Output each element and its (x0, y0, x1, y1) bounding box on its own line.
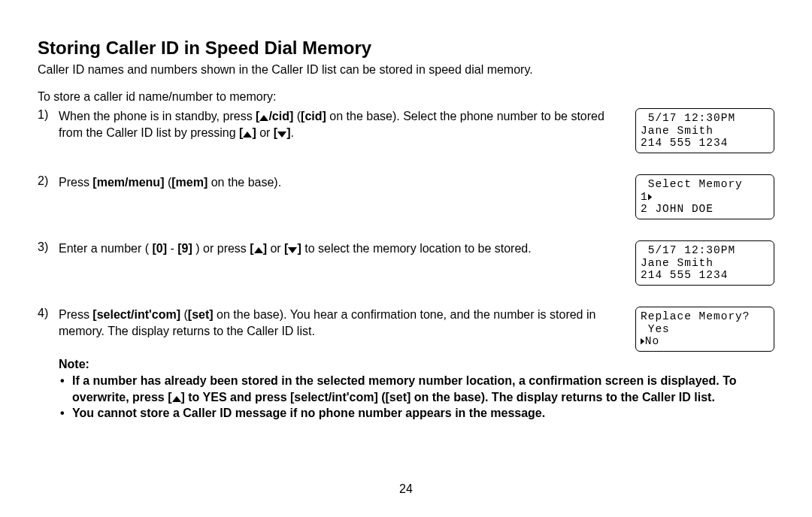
note-item-2: You cannot store a Caller ID message if … (59, 405, 774, 422)
note-label: Note: (59, 358, 774, 371)
lcd-display-2: Select Memory 1▶ 2 JOHN DOE (635, 174, 774, 219)
lcd-display-3: 5/17 12:30PM Jane Smith 214 555 1234 (635, 240, 774, 286)
pre-list-text: To store a caller id name/number to memo… (38, 90, 774, 104)
lcd-display-1: 5/17 12:30PM Jane Smith 214 555 1234 (635, 108, 774, 153)
step-3-text: Enter a number ( [0] - [9] ) or press []… (59, 240, 532, 257)
step-4-text: Press [select/int'com] ([set] on the bas… (59, 307, 620, 339)
step-2-number: 2) (38, 174, 59, 191)
step-1-number: 1) (38, 108, 59, 141)
page-heading: Storing Caller ID in Speed Dial Memory (38, 38, 774, 59)
note-item-1: If a number has already been stored in t… (59, 373, 774, 405)
down-arrow-icon (277, 132, 286, 138)
step-1-text: When the phone is in standby, press [/ci… (59, 108, 620, 141)
up-arrow-icon (259, 115, 268, 121)
step-3-row: 3) Enter a number ( [0] - [9] ) or press… (38, 240, 774, 286)
step-1-row: 1) When the phone is in standby, press [… (38, 108, 774, 153)
page-number: 24 (0, 482, 812, 496)
lcd-display-4: Replace Memory? Yes ▶No (635, 307, 774, 352)
step-3-number: 3) (38, 240, 59, 257)
up-arrow-icon (243, 132, 252, 138)
cursor-icon: ▶ (648, 191, 653, 204)
step-4-number: 4) (38, 307, 59, 339)
intro-text: Caller ID names and numbers shown in the… (38, 63, 774, 77)
step-4-row: 4) Press [select/int'com] ([set] on the … (38, 307, 774, 352)
step-2-text: Press [mem/menu] ([mem] on the base). (59, 174, 281, 191)
note-block: Note: If a number has already been store… (59, 358, 774, 422)
cursor-icon: ▶ (641, 335, 645, 348)
step-2-row: 2) Press [mem/menu] ([mem] on the base).… (38, 174, 774, 219)
up-arrow-icon (172, 396, 181, 402)
down-arrow-icon (288, 247, 297, 253)
up-arrow-icon (254, 247, 263, 253)
